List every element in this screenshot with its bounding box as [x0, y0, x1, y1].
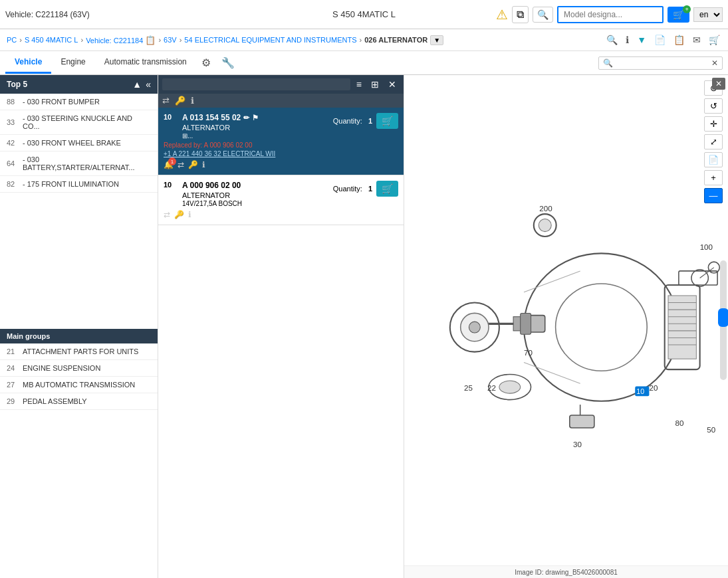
part-sub-2: 14V/217,5A BOSCH — [182, 200, 398, 207]
svg-rect-23 — [570, 415, 594, 428]
main-groups-list: 21ATTACHMENT PARTS FOR UNITS 24ENGINE SU… — [0, 343, 158, 578]
breadcrumb-electrical[interactable]: 54 ELECTRICAL EQUIPMENT AND INSTRUMENTS — [184, 36, 356, 44]
center-panel: ≡ ⊞ ✕ ⇄ 🔑 ℹ 10 Quantity: 1 🛒 — [158, 75, 404, 578]
top5-item[interactable]: 33- 030 STEERING KNUCKLE AND CO... — [0, 110, 158, 135]
part-link-1[interactable]: +1 A 221 440 36 32 ELECTRICAL WII — [164, 150, 398, 157]
model-label: S 450 4MATIC L — [245, 9, 484, 19]
vehicle-label: Vehicle: C221184 (63V) — [5, 10, 245, 19]
swap2-icon-button-2[interactable]: ⇄ — [164, 210, 170, 219]
svg-point-22 — [539, 219, 551, 232]
list-view-button[interactable]: ≡ — [353, 78, 365, 91]
qty-label-1: Quantity: — [333, 117, 364, 125]
key-icon-button[interactable]: 🔑 — [175, 96, 185, 106]
main-groups-title: Main groups — [7, 332, 50, 340]
key2-icon-button-1[interactable]: 🔑 — [188, 160, 198, 169]
add-to-cart-button-1[interactable]: 🛒 — [376, 113, 398, 129]
tab-search-box: 🔍 ✕ — [598, 56, 723, 70]
center-sub-toolbar: ⇄ 🔑 ℹ — [158, 94, 404, 108]
svg-text:100: 100 — [700, 242, 713, 251]
add-to-cart-button-2[interactable]: 🛒 — [376, 181, 398, 197]
breadcrumb-model[interactable]: S 450 4MATIC L — [25, 36, 78, 44]
part-code-1: A 013 154 55 02 ✏ ⚑ — [182, 113, 333, 122]
breadcrumb-63v[interactable]: 63V — [164, 36, 177, 44]
edit-icon-1[interactable]: ✏ — [243, 114, 249, 122]
top5-header: Top 5 ▲ « — [0, 75, 158, 94]
cart-button[interactable]: 🛒+ — [667, 7, 689, 23]
tab-search-close-icon[interactable]: ✕ — [711, 58, 718, 68]
cart2-icon-button[interactable]: 🛒 — [707, 33, 721, 47]
top5-item[interactable]: 82- 175 FRONT ILLUMINATION — [0, 176, 158, 193]
main-group-item[interactable]: 29PEDAL ASSEMBLY — [0, 393, 158, 410]
warning-icon: ⚠ — [496, 7, 508, 23]
zoom-icon-button[interactable]: 🔍 — [605, 33, 619, 47]
zoom-slider-thumb[interactable] — [718, 308, 728, 327]
copy-button[interactable]: ⧉ — [512, 6, 529, 23]
part-sub-1: ⊞... — [182, 132, 398, 140]
top5-item[interactable]: 88- 030 FRONT BUMPER — [0, 94, 158, 110]
top5-item[interactable]: 64- 030 BATTERY,STARTER/ALTERNAT... — [0, 151, 158, 176]
tab-search-icon: 🔍 — [603, 58, 613, 68]
breadcrumb-vehicle[interactable]: Vehicle: C221184 📋 — [86, 35, 156, 45]
info-icon-button[interactable]: ℹ — [624, 33, 630, 47]
tab-automatic-transmission[interactable]: Automatic transmission — [95, 52, 196, 74]
swap-icon-button[interactable]: ⇄ — [162, 96, 170, 106]
wrench-icon-tab[interactable]: 🔧 — [216, 54, 240, 72]
filter-icon-button[interactable]: ▼ — [636, 33, 648, 47]
close-diagram-button[interactable]: ✕ — [712, 78, 725, 90]
zoom-out-button[interactable]: — — [704, 188, 723, 203]
undo-view-button[interactable]: ↺ — [704, 98, 723, 114]
main-group-item[interactable]: 24ENGINE SUSPENSION — [0, 360, 158, 377]
svg-line-28 — [524, 271, 580, 292]
search-icon-button[interactable]: 🔍 — [533, 7, 553, 23]
svg-point-20 — [499, 381, 521, 393]
language-select[interactable]: en de fr — [693, 7, 723, 22]
close-panel-button[interactable]: ✕ — [385, 78, 400, 91]
settings-icon-tab[interactable]: ⚙ — [196, 54, 216, 72]
info2-icon-button[interactable]: ℹ — [191, 96, 194, 106]
tab-engine[interactable]: Engine — [51, 52, 94, 74]
notification-button-1[interactable]: 🔔 1 — [164, 160, 174, 169]
svg-text:20: 20 — [649, 383, 658, 392]
tab-vehicle[interactable]: Vehicle — [5, 52, 51, 74]
parts-search-input[interactable] — [162, 78, 350, 90]
grid-view-button[interactable]: ⊞ — [368, 78, 382, 91]
tab-search-input[interactable] — [616, 58, 709, 68]
svg-text:10: 10 — [636, 387, 644, 395]
info3-icon-button-1[interactable]: ℹ — [202, 160, 205, 169]
diagram-area: ✕ — [404, 75, 728, 565]
info3-icon-button-2[interactable]: ℹ — [188, 210, 191, 219]
part-item-2[interactable]: 10 Quantity: 1 🛒 A 000 906 02 00 ALTERNA… — [158, 175, 404, 225]
top5-item[interactable]: 42- 030 FRONT WHEEL BRAKE — [0, 135, 158, 151]
part-pos-1: 10 — [164, 113, 177, 121]
swap2-icon-button-1[interactable]: ⇄ — [178, 160, 184, 169]
breadcrumb-dropdown-button[interactable]: ▼ — [430, 35, 443, 45]
zoom-in-button[interactable]: + — [704, 170, 723, 185]
qty-val-2: 1 — [368, 185, 372, 193]
top5-collapse-button[interactable]: ▲ — [132, 79, 142, 90]
breadcrumb-current: 026 ALTERNATOR — [364, 36, 427, 44]
main-group-item[interactable]: 27MB AUTOMATIC TRANSMISSION — [0, 377, 158, 393]
notification-badge-1: 1 — [168, 157, 176, 165]
top5-title: Top 5 — [7, 80, 27, 89]
crosshair-button[interactable]: ✛ — [704, 116, 723, 132]
svg-point-14 — [691, 270, 708, 286]
doc-view-button[interactable]: 📄 — [704, 152, 723, 167]
image-id-label: Image ID: drawing_B54026000081 — [404, 565, 728, 578]
part-item-1[interactable]: 10 Quantity: 1 🛒 A 013 154 55 02 ✏ ⚑ AL — [158, 108, 404, 175]
key2-icon-button-2[interactable]: 🔑 — [174, 210, 184, 219]
header: Vehicle: C221184 (63V) S 450 4MATIC L ⚠ … — [0, 0, 728, 29]
doc1-icon-button[interactable]: 📄 — [653, 33, 667, 47]
breadcrumb-pc[interactable]: PC — [7, 36, 17, 44]
email-icon-button[interactable]: ✉ — [691, 33, 702, 47]
top5-arrows-button[interactable]: « — [146, 79, 151, 90]
qty-label-2: Quantity: — [333, 185, 364, 193]
top5-list: 88- 030 FRONT BUMPER 33- 030 STEERING KN… — [0, 94, 158, 329]
fullscreen-button[interactable]: ⤢ — [704, 134, 723, 149]
model-search-input[interactable] — [557, 6, 664, 23]
main-group-item[interactable]: 21ATTACHMENT PARTS FOR UNITS — [0, 343, 158, 360]
svg-text:22: 22 — [487, 383, 496, 392]
flag-icon-1[interactable]: ⚑ — [252, 114, 259, 122]
qty-val-1: 1 — [368, 117, 372, 125]
grid-icon-1[interactable]: ⊞ — [182, 132, 187, 140]
doc2-icon-button[interactable]: 📋 — [672, 33, 686, 47]
